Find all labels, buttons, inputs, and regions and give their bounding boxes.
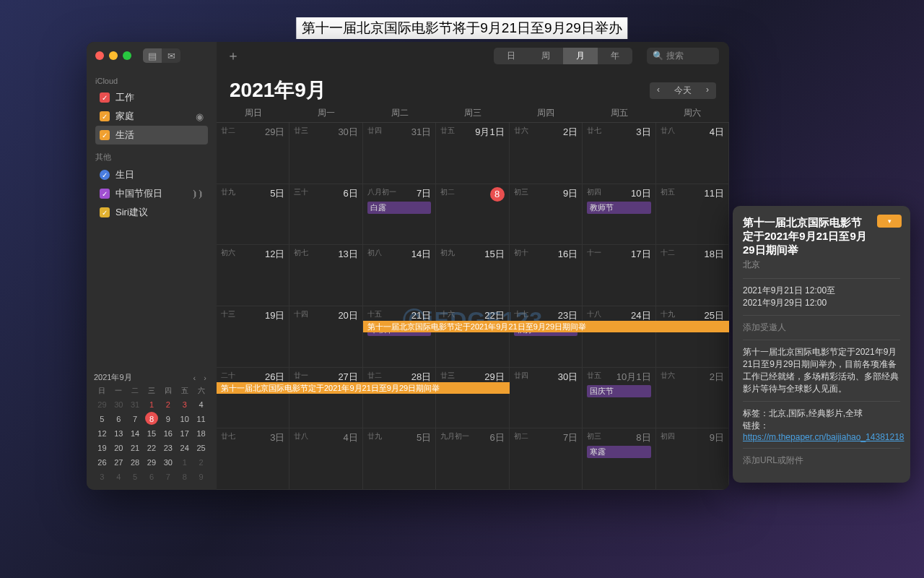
- view-tab-月[interactable]: 月: [563, 48, 598, 64]
- day-cell[interactable]: 廿七3日: [583, 123, 655, 184]
- sidebar-item-中国节假日[interactable]: ✓中国节假日⦘⦘: [95, 184, 208, 203]
- mini-day[interactable]: 8: [178, 470, 191, 483]
- mini-prev-button[interactable]: ‹: [191, 374, 199, 382]
- day-cell[interactable]: 十二18日: [656, 245, 729, 306]
- mini-day[interactable]: 25: [195, 441, 208, 454]
- view-segmented-control[interactable]: 日周月年: [494, 48, 632, 64]
- day-cell[interactable]: 廿八4日: [289, 428, 362, 490]
- mini-day[interactable]: 3: [95, 470, 108, 483]
- mini-day[interactable]: 8: [145, 412, 158, 425]
- day-cell[interactable]: 十七23日秋分: [510, 306, 583, 368]
- mini-day[interactable]: 5: [128, 470, 141, 483]
- day-cell[interactable]: 十六22日: [436, 306, 509, 368]
- inbox-icon[interactable]: ✉: [162, 48, 180, 63]
- day-cell[interactable]: 八月初一7日白露: [363, 184, 436, 246]
- mini-day[interactable]: 29: [95, 397, 108, 410]
- day-cell[interactable]: 初七13日: [289, 245, 362, 306]
- day-cell[interactable]: 初五11日: [656, 184, 729, 246]
- day-cell[interactable]: 初四9日: [656, 428, 729, 490]
- mini-day[interactable]: 16: [162, 426, 175, 439]
- mini-day[interactable]: 20: [112, 441, 125, 454]
- today-button[interactable]: 今天: [667, 82, 699, 99]
- add-invitee[interactable]: 添加受邀人: [743, 315, 900, 340]
- day-cell[interactable]: 廿六2日: [510, 123, 583, 184]
- mini-day[interactable]: 29: [145, 455, 158, 468]
- calendar-event[interactable]: 国庆节: [587, 385, 650, 397]
- sidebar-item-生活[interactable]: ✓生活: [95, 126, 208, 144]
- day-cell[interactable]: 初四10日教师节: [583, 184, 655, 246]
- search-field[interactable]: 🔍 搜索: [647, 48, 719, 64]
- sidebar-item-生日[interactable]: ✓生日: [95, 165, 208, 184]
- event-location[interactable]: 北京: [743, 259, 900, 271]
- checkbox-icon[interactable]: ✓: [100, 130, 110, 140]
- mini-day[interactable]: 7: [162, 470, 175, 483]
- day-cell[interactable]: 廿二29日: [217, 123, 289, 184]
- mini-day[interactable]: 1: [178, 455, 191, 468]
- add-attachment[interactable]: 添加URL或附件: [743, 448, 900, 473]
- view-tab-日[interactable]: 日: [494, 48, 528, 64]
- minimize-button[interactable]: [109, 51, 118, 60]
- mini-day[interactable]: 30: [112, 397, 125, 410]
- day-cell[interactable]: 廿八4日: [656, 123, 729, 184]
- day-cell[interactable]: 十一17日: [583, 245, 655, 306]
- day-cell[interactable]: 十八24日: [583, 306, 655, 368]
- day-cell[interactable]: 廿四30日: [510, 368, 583, 429]
- mini-day[interactable]: 14: [128, 426, 141, 439]
- mini-day[interactable]: 28: [128, 455, 141, 468]
- day-cell[interactable]: 三十6日: [289, 184, 362, 246]
- multi-day-event[interactable]: 第十一届北京国际电影节定于2021年9月21日至9月29日期间举: [363, 321, 729, 332]
- calendar-event[interactable]: 教师节: [587, 202, 650, 214]
- mini-day[interactable]: 2: [195, 455, 208, 468]
- day-cell[interactable]: 廿六2日: [656, 368, 729, 429]
- event-time[interactable]: 2021年9月21日 12:00至 2021年9月29日 12:00: [743, 278, 900, 315]
- day-cell[interactable]: 十四20日: [289, 306, 362, 368]
- day-cell[interactable]: 初九15日: [436, 245, 509, 306]
- mini-day[interactable]: 7: [128, 412, 141, 425]
- day-cell[interactable]: 廿九5日: [363, 428, 436, 490]
- day-cell[interactable]: 廿三29日: [436, 368, 509, 429]
- mini-day[interactable]: 6: [112, 412, 125, 425]
- calendar-event[interactable]: 白露: [367, 202, 431, 214]
- checkbox-icon[interactable]: ✓: [100, 189, 110, 199]
- day-cell[interactable]: 廿七3日: [217, 428, 289, 490]
- day-cell[interactable]: 初三8日寒露: [583, 428, 655, 490]
- day-cell[interactable]: 二十26日: [217, 368, 289, 429]
- mini-day[interactable]: 6: [145, 470, 158, 483]
- day-cell[interactable]: 廿五10月1日国庆节: [583, 368, 655, 429]
- mini-day[interactable]: 2: [162, 397, 175, 410]
- checkbox-icon[interactable]: ✓: [100, 92, 110, 103]
- mini-next-button[interactable]: ›: [201, 374, 209, 382]
- day-cell[interactable]: 廿二28日: [363, 368, 436, 429]
- day-cell[interactable]: 廿三30日: [289, 123, 362, 184]
- mini-day[interactable]: 12: [95, 426, 108, 439]
- mini-day[interactable]: 3: [178, 397, 191, 410]
- mini-day[interactable]: 9: [162, 412, 175, 425]
- mini-day[interactable]: 11: [195, 412, 208, 425]
- sidebar-item-家庭[interactable]: ✓家庭◉: [95, 107, 208, 126]
- mini-day[interactable]: 4: [195, 397, 208, 410]
- mini-day[interactable]: 4: [112, 470, 125, 483]
- mini-day[interactable]: 15: [145, 426, 158, 439]
- event-link[interactable]: https://m.thepaper.cn/baijiahao_14381218: [743, 432, 905, 442]
- day-cell[interactable]: 初八14日: [363, 245, 436, 306]
- mini-day[interactable]: 17: [178, 426, 191, 439]
- checkbox-icon[interactable]: ✓: [100, 111, 110, 121]
- next-month-button[interactable]: ›: [699, 82, 716, 99]
- mini-day[interactable]: 31: [128, 397, 141, 410]
- mini-day[interactable]: 10: [178, 412, 191, 425]
- mini-day[interactable]: 22: [145, 441, 158, 454]
- mini-day[interactable]: 30: [162, 455, 175, 468]
- day-cell[interactable]: 初二7日: [510, 428, 583, 490]
- view-tab-年[interactable]: 年: [598, 48, 632, 64]
- checkbox-icon[interactable]: ✓: [100, 170, 110, 180]
- mini-day[interactable]: 21: [128, 441, 141, 454]
- day-cell[interactable]: 初三9日: [510, 184, 583, 246]
- mini-day[interactable]: 13: [112, 426, 125, 439]
- mini-day[interactable]: 27: [112, 455, 125, 468]
- day-cell[interactable]: 廿五9月1日: [436, 123, 509, 184]
- close-button[interactable]: [95, 51, 104, 60]
- mini-day[interactable]: 9: [195, 470, 208, 483]
- sidebar-item-工作[interactable]: ✓工作: [95, 88, 208, 107]
- view-tab-周[interactable]: 周: [528, 48, 563, 64]
- calendar-color-chip[interactable]: [877, 215, 902, 228]
